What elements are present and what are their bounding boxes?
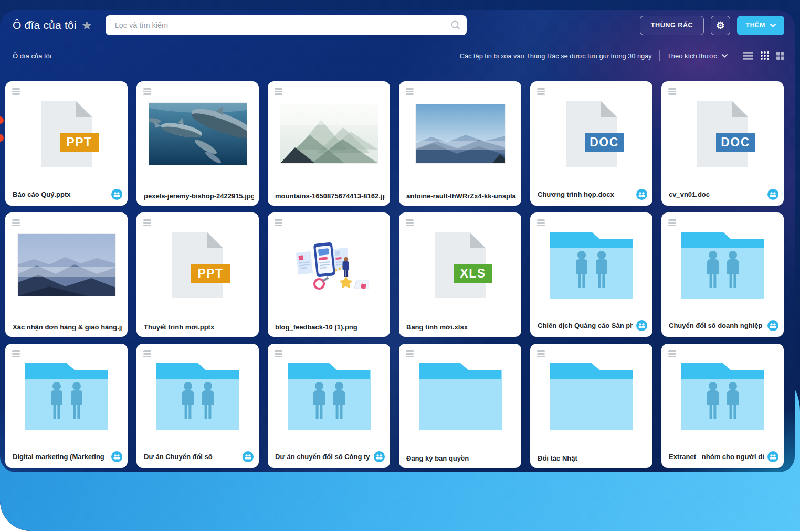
file-card[interactable]: mountains-1650875674413-8162.jpg (268, 81, 390, 206)
file-name: blog_feedback-10 (1).png (275, 323, 385, 331)
image-thumbnail (136, 94, 259, 174)
page-title: Ô đĩa của tôi (13, 19, 77, 31)
file-card[interactable]: DOC Chương trình họp.docx (530, 81, 652, 206)
folder-thumbnail (661, 225, 784, 305)
shared-badge-icon (243, 451, 254, 462)
dolphins-photo (149, 103, 247, 165)
misty-mountains-photo (18, 234, 115, 296)
folder-thumbnail (5, 356, 128, 436)
folder-card[interactable]: Đối tác Nhật (530, 344, 652, 468)
sort-dropdown[interactable]: Theo kích thước (667, 52, 728, 60)
file-name: cv_vn01.doc (669, 190, 764, 198)
folder-card[interactable]: Chuyển đổi số doanh nghiệp Lon... (661, 212, 784, 337)
folder-thumbnail (530, 356, 652, 436)
folder-card[interactable]: Digital marketing (Marketing _điệ... (5, 344, 128, 468)
app-window: Ô đĩa của tôi THÙNG RÁC ⚙ (0, 10, 795, 472)
folder-name: Extranet_ nhóm cho người dùng ... (669, 453, 764, 461)
xls-file-icon: XLS (454, 264, 492, 283)
gear-icon: ⚙ (716, 20, 725, 30)
shared-badge-icon (767, 451, 778, 462)
toolbar-right: Các tập tin bị xóa vào Thùng Rác sẽ được… (460, 50, 784, 61)
folder-name: Dự án chuyển đổi số Công ty Lon... (275, 453, 371, 461)
chevron-down-icon (770, 24, 776, 27)
file-card[interactable]: blog_feedback-10 (1).png (268, 212, 390, 337)
pale-mountains-photo (280, 104, 378, 163)
people-icon (706, 382, 740, 420)
header-actions: THÙNG RÁC ⚙ THÊM (640, 16, 784, 35)
folder-name: Dự án Chuyển đổi số (144, 453, 239, 461)
shared-badge-icon (636, 189, 647, 200)
file-card[interactable]: pexels-jeremy-bishop-2422915.jpg (136, 81, 259, 206)
folder-card[interactable]: Dự án chuyển đổi số Công ty Lon... (268, 344, 390, 468)
file-grid: PPT Báo cáo Quý.pptx (5, 81, 784, 468)
doc-file-icon: DOC (585, 133, 624, 152)
search-icon[interactable] (451, 20, 460, 30)
shared-folder-icon (550, 232, 633, 299)
favorite-star-icon[interactable] (82, 20, 92, 30)
folder-name: Đăng ký bản quyền (406, 454, 516, 462)
folder-name: Chiến dịch Quảng cáo Sản phẩm ... (538, 322, 633, 329)
file-card[interactable]: PPT Báo cáo Quý.pptx (5, 81, 128, 206)
shared-folder-icon (288, 363, 371, 430)
folder-thumbnail (399, 356, 521, 436)
file-name: pexels-jeremy-bishop-2422915.jpg (144, 192, 254, 200)
folder-card[interactable]: Đăng ký bản quyền (399, 344, 521, 468)
shared-badge-icon (767, 189, 778, 200)
list-view-icon[interactable] (743, 52, 753, 60)
trash-button-label: THÙNG RÁC (651, 22, 693, 29)
file-name: Xác nhận đơn hàng & giao hàng.jpg (13, 323, 122, 331)
file-card[interactable]: DOC cv_vn01.doc (661, 81, 784, 206)
view-switcher (743, 51, 784, 60)
file-card[interactable]: PPT Thuyết trình mới.pptx (136, 212, 259, 337)
folder-icon (550, 363, 633, 430)
search-input[interactable] (114, 20, 451, 30)
toolbar: Ô đĩa của tôi Các tập tin bị xóa vào Thù… (13, 48, 784, 63)
app-header: Ô đĩa của tôi THÙNG RÁC ⚙ (13, 15, 784, 36)
shared-folder-icon (25, 363, 108, 430)
tile-view-icon[interactable] (776, 52, 784, 60)
shared-badge-icon (767, 320, 778, 331)
breadcrumb[interactable]: Ô đĩa của tôi (13, 52, 51, 60)
ppt-file-icon: PPT (60, 133, 99, 152)
file-thumbnail: XLS (399, 225, 521, 305)
folder-card[interactable]: Extranet_ nhóm cho người dùng ... (661, 344, 784, 468)
image-thumbnail (268, 225, 390, 305)
people-icon (312, 382, 346, 420)
settings-button[interactable]: ⚙ (711, 16, 730, 35)
shared-badge-icon (111, 189, 122, 200)
folder-thumbnail (136, 356, 259, 436)
trash-button[interactable]: THÙNG RÁC (640, 16, 704, 35)
file-card[interactable]: Xác nhận đơn hàng & giao hàng.jpg (5, 212, 128, 337)
folder-thumbnail (661, 356, 784, 436)
file-card[interactable]: antoine-rault-IhWRrZx4-kk-unsplas... (399, 81, 521, 206)
people-icon (706, 251, 740, 289)
folder-thumbnail (268, 356, 390, 436)
file-thumbnail: DOC (661, 94, 784, 174)
file-card[interactable]: XLS Bảng tính mới.xlsx (399, 212, 521, 337)
search-bar (106, 15, 467, 35)
sort-label: Theo kích thước (667, 52, 717, 60)
file-thumbnail: DOC (530, 94, 652, 174)
shared-folder-icon (681, 363, 764, 430)
folder-card[interactable]: Dự án Chuyển đổi số (136, 344, 259, 468)
folder-name: Đối tác Nhật (538, 454, 647, 462)
grid-view-icon[interactable] (761, 51, 769, 60)
add-button[interactable]: THÊM (737, 16, 784, 35)
trash-retention-notice: Các tập tin bị xóa vào Thùng Rác sẽ được… (460, 52, 652, 60)
header-divider (0, 42, 795, 42)
file-name: Thuyết trình mới.pptx (144, 323, 254, 331)
file-name: Bảng tính mới.xlsx (406, 323, 516, 331)
shared-folder-icon (156, 363, 239, 430)
doc-file-icon: DOC (716, 133, 755, 152)
people-icon (50, 382, 83, 420)
toolbar-separator (659, 50, 660, 61)
screen: Ô đĩa của tôi THÙNG RÁC ⚙ (0, 0, 800, 532)
ppt-file-icon: PPT (191, 264, 230, 283)
folder-card[interactable]: Chiến dịch Quảng cáo Sản phẩm ... (530, 212, 652, 337)
add-button-label: THÊM (745, 22, 765, 29)
image-thumbnail (5, 225, 128, 305)
file-thumbnail: PPT (5, 94, 128, 174)
blue-mountains-photo (416, 104, 505, 163)
file-name: Báo cáo Quý.pptx (13, 190, 108, 198)
shared-badge-icon (636, 320, 647, 331)
